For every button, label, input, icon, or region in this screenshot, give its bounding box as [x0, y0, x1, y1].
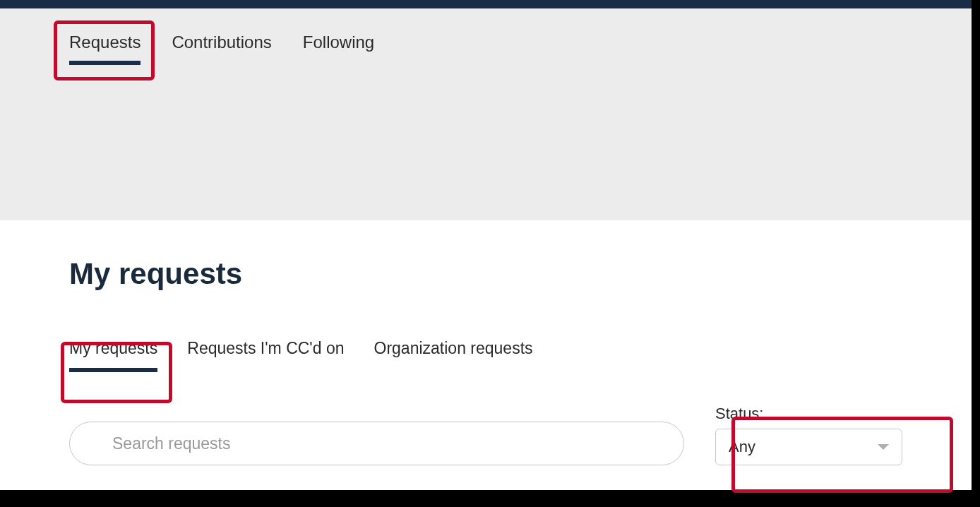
main-content: My requests My requests Requests I'm CC'… — [0, 220, 972, 465]
page-title: My requests — [69, 257, 902, 291]
status-filter-group: Status: Any — [715, 405, 902, 465]
subtab-organization[interactable]: Organization requests — [374, 339, 533, 365]
status-select[interactable]: Any — [715, 429, 902, 465]
sub-tabs: My requests Requests I'm CC'd on Organiz… — [69, 339, 902, 365]
chevron-down-icon — [878, 444, 889, 450]
tab-following[interactable]: Following — [303, 32, 374, 59]
subtab-cc[interactable]: Requests I'm CC'd on — [187, 339, 344, 365]
subtab-my-requests[interactable]: My requests — [69, 339, 157, 365]
status-value: Any — [729, 438, 755, 456]
tab-contributions[interactable]: Contributions — [172, 32, 271, 59]
filter-row: Status: Any — [69, 405, 902, 465]
search-input[interactable] — [69, 422, 684, 465]
tab-requests[interactable]: Requests — [69, 32, 141, 59]
top-bar — [0, 0, 972, 8]
status-label: Status: — [715, 405, 902, 423]
header-section: Requests Contributions Following — [0, 8, 972, 220]
top-tabs: Requests Contributions Following — [69, 8, 972, 59]
